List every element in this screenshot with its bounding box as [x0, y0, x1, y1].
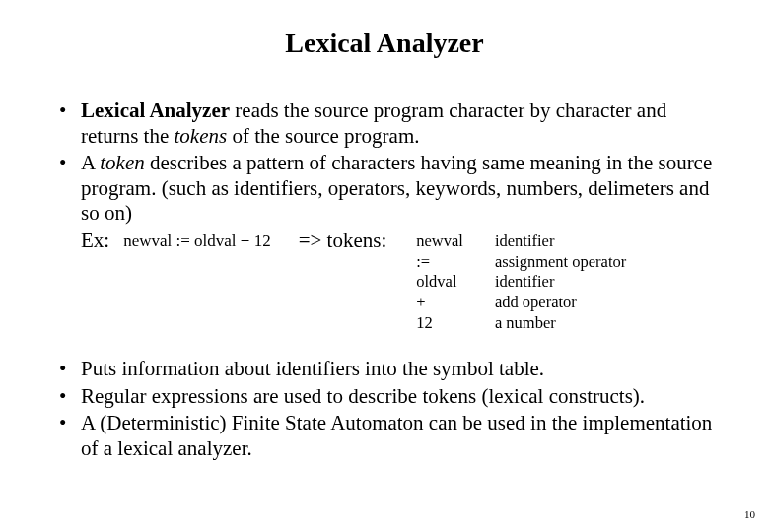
bullet-list-1: Lexical Analyzer reads the source progra…	[49, 99, 720, 333]
bullet-symbol-table: Puts information about identifiers into …	[59, 357, 720, 382]
token-desc: identifier	[495, 232, 626, 252]
example-code: newval := oldval + 12	[123, 229, 270, 252]
token-name: :=	[416, 252, 463, 273]
token-name: oldval	[416, 272, 463, 293]
token-col-names: newval := oldval + 12	[416, 232, 463, 333]
bold-text: Lexical Analyzer	[81, 99, 230, 122]
bullet-regex: Regular expressions are used to describe…	[59, 384, 720, 410]
token-desc: identifier	[495, 272, 626, 293]
text: describes a pattern of characters having…	[81, 151, 712, 225]
token-name: 12	[416, 313, 463, 334]
token-name: +	[416, 293, 463, 313]
example-row: Ex: newval := oldval + 12 => tokens: new…	[81, 229, 720, 333]
token-col-descs: identifier assignment operator identifie…	[495, 232, 626, 333]
italic-text: tokens	[174, 124, 227, 148]
token-table: newval := oldval + 12 identifier assignm…	[416, 229, 626, 333]
italic-text: token	[100, 151, 144, 174]
page-title: Lexical Analyzer	[49, 28, 720, 59]
token-desc: assignment operator	[495, 252, 626, 273]
token-desc: a number	[495, 313, 626, 334]
text: A	[81, 151, 100, 174]
bullet-list-2: Puts information about identifiers into …	[49, 357, 720, 461]
example-label: Ex:	[81, 229, 109, 254]
example-arrow: => tokens:	[299, 229, 387, 254]
token-name: newval	[416, 232, 463, 252]
bullet-lexical-analyzer: Lexical Analyzer reads the source progra…	[59, 99, 720, 149]
token-desc: add operator	[495, 293, 626, 313]
page-number: 10	[744, 508, 755, 520]
bullet-token: A token describes a pattern of character…	[59, 151, 720, 333]
bullet-automaton: A (Deterministic) Finite State Automaton…	[59, 411, 720, 461]
text: of the source program.	[227, 124, 419, 148]
